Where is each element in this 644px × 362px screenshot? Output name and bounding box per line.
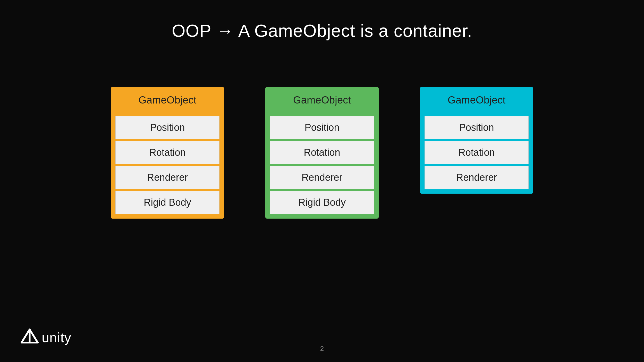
card-item-position-2: Position: [270, 116, 374, 139]
card-item-position-3: Position: [425, 116, 529, 139]
card-header-cyan: GameObject: [420, 87, 533, 113]
card-body-cyan: Position Rotation Renderer: [420, 113, 533, 194]
unity-logo-text: unity: [42, 330, 71, 345]
gameobject-card-cyan: GameObject Position Rotation Renderer: [420, 87, 533, 194]
gameobject-card-orange: GameObject Position Rotation Renderer Ri…: [111, 87, 224, 219]
card-header-green: GameObject: [265, 87, 379, 113]
card-body-orange: Position Rotation Renderer Rigid Body: [111, 113, 224, 219]
cards-container: GameObject Position Rotation Renderer Ri…: [0, 87, 644, 219]
card-body-green: Position Rotation Renderer Rigid Body: [265, 113, 379, 219]
gameobject-card-green: GameObject Position Rotation Renderer Ri…: [265, 87, 379, 219]
card-item-rotation-2: Rotation: [270, 141, 374, 164]
card-item-rotation-1: Rotation: [115, 141, 219, 164]
unity-logo-icon: [21, 329, 39, 347]
card-item-renderer-1: Renderer: [115, 166, 219, 189]
card-item-rigidbody-1: Rigid Body: [115, 191, 219, 214]
card-item-position-1: Position: [115, 116, 219, 139]
card-item-rigidbody-2: Rigid Body: [270, 191, 374, 214]
card-item-rotation-3: Rotation: [425, 141, 529, 164]
page-number: 2: [320, 345, 324, 353]
card-header-orange: GameObject: [111, 87, 224, 113]
card-item-renderer-3: Renderer: [425, 166, 529, 189]
card-item-renderer-2: Renderer: [270, 166, 374, 189]
slide-title: OOP → A GameObject is a container.: [0, 0, 644, 41]
unity-logo: unity: [21, 329, 71, 347]
